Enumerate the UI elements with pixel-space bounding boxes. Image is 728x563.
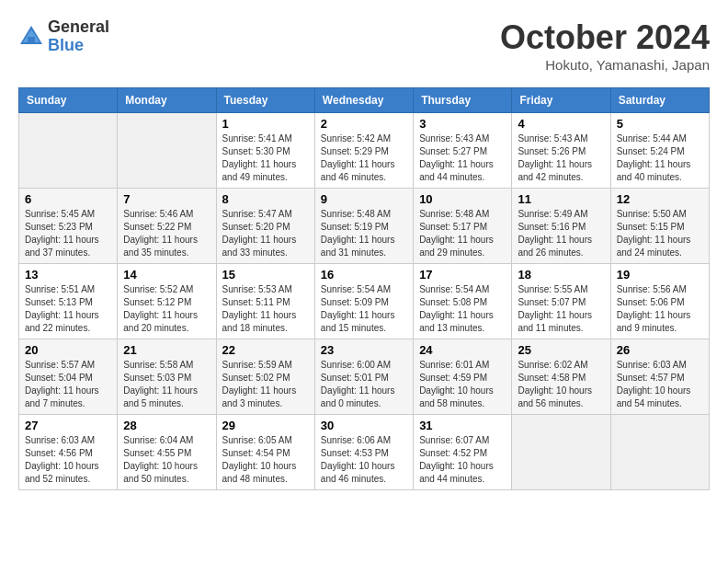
- sunrise-text: Sunrise: 5:54 AM: [419, 284, 489, 294]
- logo-general: General: [48, 18, 109, 37]
- sunset-text: Sunset: 5:02 PM: [222, 373, 290, 383]
- sunset-text: Sunset: 5:29 PM: [321, 146, 389, 156]
- day-info: Sunrise: 5:54 AM Sunset: 5:08 PM Dayligh…: [419, 283, 506, 335]
- weekday-header: Friday: [512, 88, 610, 113]
- sunset-text: Sunset: 4:54 PM: [222, 448, 290, 458]
- day-info: Sunrise: 5:45 AM Sunset: 5:23 PM Dayligh…: [25, 208, 111, 259]
- day-info: Sunrise: 5:49 AM Sunset: 5:16 PM Dayligh…: [518, 208, 604, 259]
- calendar-cell: [19, 113, 118, 189]
- calendar-week-row: 13 Sunrise: 5:51 AM Sunset: 5:13 PM Dayl…: [19, 264, 710, 339]
- sunrise-text: Sunrise: 5:48 AM: [321, 209, 391, 219]
- day-info: Sunrise: 5:56 AM Sunset: 5:06 PM Dayligh…: [617, 283, 703, 335]
- sunset-text: Sunset: 5:30 PM: [222, 146, 290, 156]
- day-number: 3: [419, 117, 506, 131]
- day-info: Sunrise: 5:42 AM Sunset: 5:29 PM Dayligh…: [321, 132, 407, 184]
- calendar-cell: 21 Sunrise: 5:58 AM Sunset: 5:03 PM Dayl…: [118, 339, 216, 415]
- sunrise-text: Sunrise: 5:46 AM: [123, 209, 193, 219]
- sunrise-text: Sunrise: 5:42 AM: [321, 133, 391, 144]
- day-number: 30: [321, 419, 407, 432]
- sunrise-text: Sunrise: 5:51 AM: [25, 284, 95, 294]
- daylight-text: Daylight: 11 hours and 20 minutes.: [123, 310, 198, 333]
- sunset-text: Sunset: 4:59 PM: [419, 373, 487, 383]
- daylight-text: Daylight: 11 hours and 49 minutes.: [222, 159, 297, 182]
- sunset-text: Sunset: 4:52 PM: [419, 448, 487, 458]
- day-info: Sunrise: 6:03 AM Sunset: 4:56 PM Dayligh…: [25, 434, 111, 486]
- svg-rect-2: [28, 37, 35, 44]
- daylight-text: Daylight: 11 hours and 24 minutes.: [617, 235, 691, 258]
- day-info: Sunrise: 6:04 AM Sunset: 4:55 PM Dayligh…: [123, 434, 210, 486]
- calendar-cell: [118, 113, 216, 189]
- sunrise-text: Sunrise: 5:41 AM: [222, 133, 292, 144]
- day-info: Sunrise: 5:43 AM Sunset: 5:26 PM Dayligh…: [518, 132, 604, 184]
- daylight-text: Daylight: 11 hours and 7 minutes.: [25, 385, 99, 408]
- sunset-text: Sunset: 5:20 PM: [222, 222, 290, 232]
- calendar-cell: 23 Sunrise: 6:00 AM Sunset: 5:01 PM Dayl…: [314, 339, 413, 415]
- daylight-text: Daylight: 11 hours and 42 minutes.: [518, 159, 592, 182]
- calendar-cell: 12 Sunrise: 5:50 AM Sunset: 5:15 PM Dayl…: [610, 189, 709, 264]
- day-number: 25: [518, 343, 604, 357]
- sunset-text: Sunset: 4:53 PM: [321, 448, 389, 458]
- day-number: 7: [123, 192, 210, 206]
- day-number: 29: [222, 419, 309, 432]
- calendar-cell: 18 Sunrise: 5:55 AM Sunset: 5:07 PM Dayl…: [512, 264, 610, 339]
- day-info: Sunrise: 5:47 AM Sunset: 5:20 PM Dayligh…: [222, 208, 309, 259]
- calendar-cell: 9 Sunrise: 5:48 AM Sunset: 5:19 PM Dayli…: [314, 189, 413, 264]
- sunrise-text: Sunrise: 6:03 AM: [25, 435, 95, 445]
- day-info: Sunrise: 5:55 AM Sunset: 5:07 PM Dayligh…: [518, 283, 604, 335]
- calendar-cell: 14 Sunrise: 5:52 AM Sunset: 5:12 PM Dayl…: [118, 264, 216, 339]
- sunset-text: Sunset: 5:04 PM: [25, 373, 93, 383]
- sunrise-text: Sunrise: 6:02 AM: [518, 360, 587, 370]
- day-number: 8: [222, 192, 309, 206]
- sunset-text: Sunset: 5:24 PM: [617, 146, 685, 156]
- sunrise-text: Sunrise: 5:49 AM: [518, 209, 587, 219]
- weekday-header: Wednesday: [314, 88, 413, 113]
- sunrise-text: Sunrise: 6:07 AM: [419, 435, 489, 445]
- sunset-text: Sunset: 5:15 PM: [617, 222, 685, 232]
- calendar-cell: 27 Sunrise: 6:03 AM Sunset: 4:56 PM Dayl…: [19, 415, 118, 490]
- day-number: 14: [123, 268, 210, 282]
- calendar-cell: 13 Sunrise: 5:51 AM Sunset: 5:13 PM Dayl…: [19, 264, 118, 339]
- daylight-text: Daylight: 11 hours and 18 minutes.: [222, 310, 297, 333]
- day-number: 31: [419, 419, 506, 432]
- day-number: 27: [25, 419, 111, 432]
- daylight-text: Daylight: 11 hours and 46 minutes.: [321, 159, 395, 182]
- sunset-text: Sunset: 5:27 PM: [419, 146, 487, 156]
- calendar-cell: 26 Sunrise: 6:03 AM Sunset: 4:57 PM Dayl…: [610, 339, 709, 415]
- daylight-text: Daylight: 11 hours and 13 minutes.: [419, 310, 494, 333]
- sunset-text: Sunset: 5:11 PM: [222, 297, 290, 307]
- day-info: Sunrise: 5:53 AM Sunset: 5:11 PM Dayligh…: [222, 283, 309, 335]
- calendar-cell: 16 Sunrise: 5:54 AM Sunset: 5:09 PM Dayl…: [314, 264, 413, 339]
- calendar-cell: 17 Sunrise: 5:54 AM Sunset: 5:08 PM Dayl…: [414, 264, 512, 339]
- calendar-cell: 6 Sunrise: 5:45 AM Sunset: 5:23 PM Dayli…: [19, 189, 118, 264]
- calendar-cell: 7 Sunrise: 5:46 AM Sunset: 5:22 PM Dayli…: [118, 189, 216, 264]
- daylight-text: Daylight: 11 hours and 33 minutes.: [222, 235, 297, 258]
- sunrise-text: Sunrise: 5:45 AM: [25, 209, 95, 219]
- calendar-cell: 8 Sunrise: 5:47 AM Sunset: 5:20 PM Dayli…: [216, 189, 314, 264]
- weekday-header: Monday: [118, 88, 216, 113]
- day-info: Sunrise: 6:07 AM Sunset: 4:52 PM Dayligh…: [419, 434, 506, 486]
- daylight-text: Daylight: 10 hours and 46 minutes.: [321, 461, 395, 484]
- calendar-cell: 19 Sunrise: 5:56 AM Sunset: 5:06 PM Dayl…: [610, 264, 709, 339]
- daylight-text: Daylight: 10 hours and 44 minutes.: [419, 461, 494, 484]
- sunset-text: Sunset: 4:58 PM: [518, 373, 586, 383]
- daylight-text: Daylight: 11 hours and 35 minutes.: [123, 235, 198, 258]
- sunset-text: Sunset: 5:22 PM: [123, 222, 191, 232]
- sunrise-text: Sunrise: 6:04 AM: [123, 435, 193, 445]
- daylight-text: Daylight: 11 hours and 15 minutes.: [321, 310, 395, 333]
- day-number: 19: [617, 268, 703, 282]
- day-info: Sunrise: 5:48 AM Sunset: 5:17 PM Dayligh…: [419, 208, 506, 259]
- calendar-cell: 28 Sunrise: 6:04 AM Sunset: 4:55 PM Dayl…: [118, 415, 216, 490]
- location: Hokuto, Yamanashi, Japan: [500, 57, 710, 73]
- sunrise-text: Sunrise: 6:01 AM: [419, 360, 489, 370]
- daylight-text: Daylight: 10 hours and 54 minutes.: [617, 385, 691, 408]
- weekday-header-row: SundayMondayTuesdayWednesdayThursdayFrid…: [19, 88, 710, 113]
- day-number: 22: [222, 343, 309, 357]
- sunset-text: Sunset: 5:06 PM: [617, 297, 685, 307]
- daylight-text: Daylight: 11 hours and 3 minutes.: [222, 385, 297, 408]
- calendar-cell: 20 Sunrise: 5:57 AM Sunset: 5:04 PM Dayl…: [19, 339, 118, 415]
- day-number: 17: [419, 268, 506, 282]
- calendar-cell: 22 Sunrise: 5:59 AM Sunset: 5:02 PM Dayl…: [216, 339, 314, 415]
- day-info: Sunrise: 5:59 AM Sunset: 5:02 PM Dayligh…: [222, 359, 309, 410]
- calendar-cell: [610, 415, 709, 490]
- sunset-text: Sunset: 5:23 PM: [25, 222, 93, 232]
